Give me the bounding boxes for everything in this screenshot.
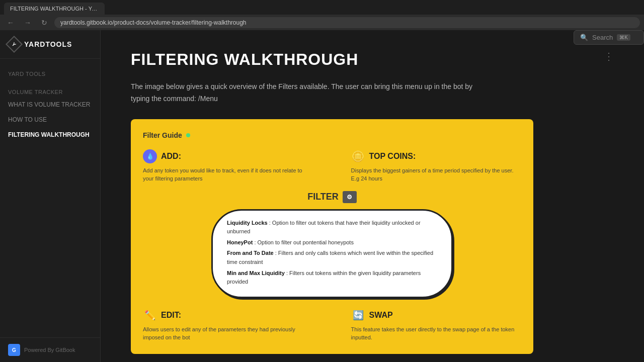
page-header: FILTERING WALKTHROUGH ⋮ xyxy=(131,50,614,69)
page-title: FILTERING WALKTHROUGH xyxy=(131,50,358,69)
logo-text: YARDTOOLS xyxy=(24,40,72,48)
search-icon: 🔍 xyxy=(580,34,588,41)
filter-center: FILTER ⚙ Liquidity Locks : Option to fil… xyxy=(143,191,521,298)
nav-section-yard-tools: YARD TOOLS xyxy=(0,67,100,79)
add-section: 💧 ADD: Add any token you would like to t… xyxy=(143,149,313,183)
filter-icon: ⚙ xyxy=(343,191,357,203)
search-shortcut: ⌘K xyxy=(617,34,630,41)
nav-bar: ← → ↻ yardtools.gitbook.io/product-docs/… xyxy=(0,15,644,30)
search-label: Search xyxy=(592,34,613,41)
edit-text: Allows users to edit any of the paramete… xyxy=(143,325,313,342)
back-button[interactable]: ← xyxy=(4,18,17,28)
sidebar-nav: YARD TOOLS VOLUME TRACKER WHAT IS VOLUME… xyxy=(0,59,100,337)
sidebar-logo[interactable]: Y YARDTOOLS xyxy=(0,30,100,59)
forward-button[interactable]: → xyxy=(21,18,34,28)
guide-top-grid: 💧 ADD: Add any token you would like to t… xyxy=(143,149,521,183)
filter-label: FILTER ⚙ xyxy=(307,191,357,203)
add-title: 💧 ADD: xyxy=(143,149,313,163)
nav-section-volume-tracker: VOLUME TRACKER xyxy=(0,85,100,97)
swap-text: This feature takes the user directly to … xyxy=(351,325,521,342)
top-coins-text: Displays the biggest gainers of a time p… xyxy=(351,166,521,183)
add-icon: 💧 xyxy=(143,149,157,163)
browser-chrome: FILTERING WALKTHROUGH - YARDTOOLS ← → ↻ … xyxy=(0,0,644,30)
refresh-button[interactable]: ↻ xyxy=(38,18,50,28)
guide-bottom-grid: ✏️ EDIT: Allows users to edit any of the… xyxy=(143,308,521,342)
sidebar: Y YARDTOOLS YARD TOOLS VOLUME TRACKER WH… xyxy=(0,30,101,362)
active-tab[interactable]: FILTERING WALKTHROUGH - YARDTOOLS xyxy=(4,3,105,15)
top-coins-title: 🪙 TOP COINS: xyxy=(351,149,521,163)
cloud-item-liquidity-locks: Liquidity Locks : Option to filter out t… xyxy=(227,219,437,236)
edit-section: ✏️ EDIT: Allows users to edit any of the… xyxy=(143,308,313,342)
top-coins-section: 🪙 TOP COINS: Displays the biggest gainer… xyxy=(351,149,521,183)
cloud-item-from-to-date: From and To Date : Filters and only call… xyxy=(227,249,437,266)
tab-bar: FILTERING WALKTHROUGH - YARDTOOLS xyxy=(0,0,644,15)
gitbook-icon: G xyxy=(8,344,20,356)
more-options-icon[interactable]: ⋮ xyxy=(604,50,614,62)
swap-section: 🔄 SWAP This feature takes the user direc… xyxy=(351,308,521,342)
filter-guide-status-dot xyxy=(186,133,190,137)
filter-guide-title: Filter Guide xyxy=(143,131,182,139)
swap-icon: 🔄 xyxy=(351,308,365,322)
cloud-item-min-max-liquidity: Min and Max Liquidity : Filters out toke… xyxy=(227,269,437,287)
filter-guide-header: Filter Guide xyxy=(143,131,521,139)
intro-paragraph: The image below gives a quick overview o… xyxy=(131,81,483,105)
edit-title: ✏️ EDIT: xyxy=(143,308,313,322)
search-box[interactable]: 🔍 Search ⌘K xyxy=(574,30,644,45)
filter-guide-image: Filter Guide 💧 ADD: Add any token you wo… xyxy=(131,119,533,354)
add-text: Add any token you would like to track, e… xyxy=(143,166,313,183)
filter-cloud: Liquidity Locks : Option to filter out t… xyxy=(211,209,453,298)
footer-text: Powered By GitBook xyxy=(24,347,75,353)
logo-icon: Y xyxy=(6,36,23,53)
edit-icon: ✏️ xyxy=(143,308,157,322)
sidebar-item-filtering-walkthrough[interactable]: FILTERING WALKTHROUGH xyxy=(0,127,100,142)
sidebar-footer: G Powered By GitBook xyxy=(0,337,100,362)
main-content: 🔍 Search ⌘K FILTERING WALKTHROUGH ⋮ The … xyxy=(101,30,644,362)
top-coins-icon: 🪙 xyxy=(351,149,365,163)
address-bar[interactable]: yardtools.gitbook.io/product-docs/volume… xyxy=(54,17,640,28)
app-container: Y YARDTOOLS YARD TOOLS VOLUME TRACKER WH… xyxy=(0,30,644,362)
sidebar-item-what-is-volume-tracker[interactable]: WHAT IS VOLUME TRACKER xyxy=(0,97,100,112)
sidebar-item-how-to-use[interactable]: HOW TO USE xyxy=(0,112,100,127)
swap-title: 🔄 SWAP xyxy=(351,308,521,322)
cloud-item-honeypot: HoneyPot : Option to filter out pontenti… xyxy=(227,238,437,247)
search-area: 🔍 Search ⌘K xyxy=(574,30,644,45)
